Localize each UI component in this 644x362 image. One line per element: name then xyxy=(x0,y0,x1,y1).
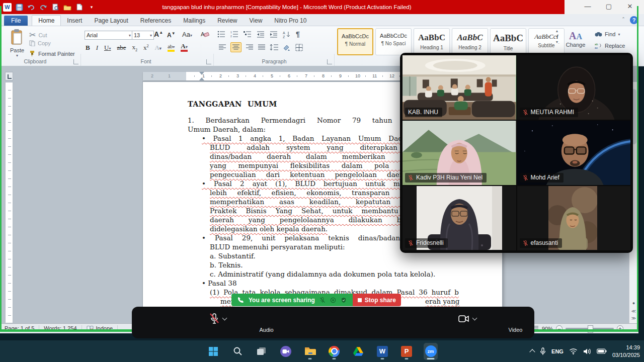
tab-references[interactable]: References xyxy=(134,16,177,26)
align-center-button[interactable] xyxy=(230,42,242,52)
tab-file[interactable]: File xyxy=(4,16,28,26)
underline-button[interactable]: U▾ xyxy=(104,44,111,52)
borders-icon[interactable] xyxy=(295,44,304,51)
tab-home[interactable]: Home xyxy=(32,15,61,26)
hanging-indent-marker[interactable] xyxy=(199,77,204,80)
new-document-icon[interactable] xyxy=(75,3,84,12)
video-tile-kadiv-p3h[interactable]: Kadiv P3H Riau Yeni Nel xyxy=(403,121,516,185)
align-left-icon[interactable] xyxy=(218,44,226,51)
bold-button[interactable]: B xyxy=(86,44,90,52)
shrink-font-button[interactable]: A▼ xyxy=(167,31,176,39)
line-spacing-icon[interactable] xyxy=(270,44,278,51)
format-painter-button[interactable]: Format Painter xyxy=(29,50,75,57)
font-color-button[interactable]: A▾ xyxy=(181,44,187,52)
zoom-video-panel[interactable]: KAB. INHU MEUTIA RAHMI xyxy=(400,53,633,253)
tray-mic-icon[interactable] xyxy=(540,347,546,355)
video-tile-kab-inhu[interactable]: KAB. INHU xyxy=(403,55,516,120)
start-button[interactable] xyxy=(206,343,220,360)
superscript-button[interactable]: x2 xyxy=(143,44,149,52)
stop-share-button[interactable]: Stop share xyxy=(353,294,401,306)
paragraph-dialog-launcher[interactable] xyxy=(327,59,332,64)
customize-quick-access-icon[interactable]: ▾ xyxy=(87,3,96,12)
wifi-icon[interactable] xyxy=(569,348,578,354)
style-heading1[interactable]: AaBbCHeading 1 xyxy=(414,28,450,55)
styles-gallery-expand-icon[interactable]: ▼̱ xyxy=(555,40,559,44)
change-styles-button[interactable]: AA Change xyxy=(565,30,587,48)
decrease-indent-icon[interactable] xyxy=(257,31,265,38)
tab-page-layout[interactable]: Page Layout xyxy=(88,16,134,26)
first-line-indent-marker[interactable] xyxy=(199,72,204,75)
video-options-chevron[interactable] xyxy=(472,315,477,320)
change-case-button[interactable]: Aa▾ xyxy=(182,31,192,38)
open-folder-icon[interactable] xyxy=(63,3,72,12)
save-button[interactable] xyxy=(15,3,24,12)
copy-button[interactable]: Copy xyxy=(29,40,51,46)
audio-options-chevron[interactable] xyxy=(222,315,227,320)
replace-button[interactable]: abac Replace xyxy=(595,42,625,49)
styles-scroll-down-icon[interactable]: ▼ xyxy=(555,35,559,38)
tab-insert[interactable]: Insert xyxy=(61,16,88,26)
subscript-button[interactable]: x2 xyxy=(132,43,137,52)
tab-view[interactable]: View xyxy=(244,16,269,26)
shading-icon[interactable] xyxy=(282,44,291,51)
text-highlight-button[interactable]: ab▾ xyxy=(168,44,175,52)
google-drive-button[interactable] xyxy=(351,343,365,360)
tab-selector[interactable] xyxy=(5,72,13,80)
video-tile-meutia-rahmi[interactable]: MEUTIA RAHMI xyxy=(517,55,631,120)
audio-button[interactable]: Audio xyxy=(142,312,391,333)
participants-button[interactable]: 7 Participants xyxy=(640,312,644,333)
select-browse-object-icon[interactable]: ● xyxy=(630,299,637,307)
word-app-icon[interactable]: W xyxy=(3,3,12,12)
file-explorer-button[interactable] xyxy=(303,343,317,360)
video-tile-mohd-arief[interactable]: Mohd Arief xyxy=(517,121,631,185)
collapse-ribbon-icon[interactable]: ⌃ xyxy=(620,17,627,24)
justify-icon[interactable] xyxy=(258,44,266,51)
find-button[interactable]: Find▾ xyxy=(595,31,620,37)
clipboard-dialog-launcher[interactable] xyxy=(73,59,78,64)
bullet-list-icon[interactable] xyxy=(217,31,225,38)
increase-indent-icon[interactable] xyxy=(270,31,278,38)
redo-button[interactable] xyxy=(39,3,48,12)
word-taskbar-button[interactable]: W xyxy=(375,343,389,360)
styles-scroll-up-icon[interactable]: ▲ xyxy=(555,29,559,33)
powerpoint-taskbar-button[interactable]: P xyxy=(399,343,414,360)
clear-formatting-button[interactable]: A xyxy=(200,30,209,40)
numbered-list-icon[interactable]: 12 xyxy=(230,31,238,38)
sort-icon[interactable]: AZ xyxy=(283,31,291,38)
taskbar-clock[interactable]: 14:39 03/10/2025 xyxy=(612,344,640,358)
video-tile-efasusanti[interactable]: efasusanti xyxy=(517,186,631,250)
italic-button[interactable]: I xyxy=(96,44,98,52)
battery-icon[interactable] xyxy=(597,348,607,354)
print-preview-icon[interactable] xyxy=(51,3,60,12)
grow-font-button[interactable]: A▲ xyxy=(154,30,163,38)
font-dialog-launcher[interactable] xyxy=(206,59,211,64)
paste-button[interactable]: Paste ▾ xyxy=(7,29,27,58)
tab-mailings[interactable]: Mailings xyxy=(177,16,211,26)
tab-review[interactable]: Review xyxy=(211,16,243,26)
maximize-button[interactable]: ▢ xyxy=(600,0,618,12)
strikethrough-button[interactable]: abe xyxy=(117,44,126,52)
video-button[interactable]: Video xyxy=(391,312,640,333)
language-switcher[interactable]: ENG xyxy=(551,348,564,354)
close-button[interactable]: ✕ xyxy=(621,0,639,12)
task-view-button[interactable] xyxy=(255,343,269,360)
minimize-button[interactable]: — xyxy=(579,0,597,12)
font-family-select[interactable]: Arial▾ xyxy=(85,31,133,40)
search-button[interactable] xyxy=(230,343,245,360)
volume-icon[interactable] xyxy=(583,348,591,355)
style-heading2[interactable]: AaBbCHeading 2 xyxy=(452,28,488,55)
undo-button[interactable] xyxy=(27,3,36,12)
video-tile-fridesnelli[interactable]: Fridesnelli xyxy=(403,186,516,250)
align-right-icon[interactable] xyxy=(246,44,254,51)
style-no-spacing[interactable]: AaBbCcDc¶ No Spaci xyxy=(375,28,412,55)
chrome-button[interactable] xyxy=(327,343,341,360)
cut-button[interactable]: ✂Cut xyxy=(29,30,47,40)
style-title[interactable]: AaBbCTitle xyxy=(490,28,526,55)
text-effects-button[interactable]: A▾ xyxy=(154,44,161,52)
tab-nitro-pro[interactable]: Nitro Pro 10 xyxy=(268,16,312,26)
zoom-taskbar-button[interactable]: zm xyxy=(424,343,438,360)
vertical-ruler[interactable] xyxy=(5,82,13,323)
style-normal[interactable]: AaBbCcDc¶ Normal xyxy=(337,28,373,55)
show-paragraph-marks-icon[interactable]: ¶ xyxy=(296,30,300,38)
tray-expand-icon[interactable] xyxy=(530,348,534,354)
